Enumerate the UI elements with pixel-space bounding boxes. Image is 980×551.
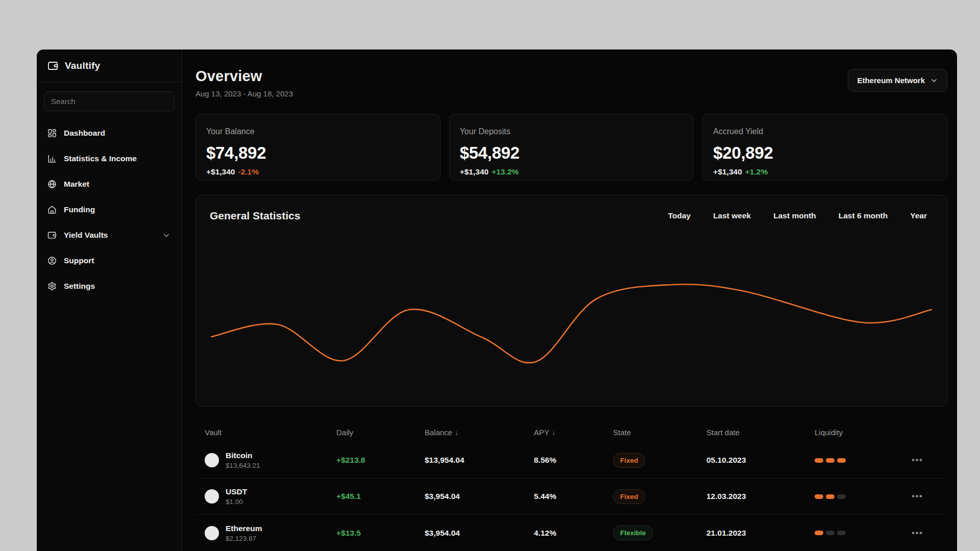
main-content: Overview Aug 13, 2023 - Aug 18, 2023 Eth…	[182, 49, 957, 551]
sidebar-item-support[interactable]: Support	[40, 248, 179, 273]
state-badge: Flexible	[613, 525, 653, 540]
sidebar-item-label: Statistics & Income	[64, 154, 137, 163]
liquidity-indicator	[815, 494, 912, 499]
coin-price: $13,643.21	[226, 462, 260, 469]
bar-chart-icon	[47, 154, 57, 164]
coin-price: $2,123.87	[226, 535, 262, 542]
column-header-apy[interactable]: APY↓	[534, 428, 613, 437]
liquidity-dash	[815, 494, 823, 499]
sidebar-item-settings[interactable]: Settings	[40, 273, 179, 299]
stat-card-accrued-yield: Accrued Yield$20,892+$1,340+1.2%	[702, 114, 947, 181]
stat-card-value: $74,892	[206, 143, 430, 163]
chevron-down-icon	[161, 231, 172, 240]
page-title: Overview	[195, 68, 293, 85]
table-row-usdt[interactable]: USDT$1.00+$45.1$3,954.045.44%Fixed12.03.…	[195, 479, 947, 515]
sidebar-item-label: Market	[64, 180, 89, 189]
stat-card-your-deposits: Your Deposits$54,892+$1,340+13.2%	[449, 114, 694, 181]
column-header-balance[interactable]: Balance↓	[425, 428, 534, 437]
coin-price: $1.00	[226, 498, 247, 506]
search-input[interactable]	[44, 91, 175, 111]
liquidity-dash	[837, 494, 846, 499]
apy-cell: 4.12%	[534, 529, 613, 538]
sort-arrow-icon: ↓	[552, 429, 555, 437]
table-body: Bitcoin$13,643.21+$213.8$13,954.048.56%F…	[195, 442, 947, 551]
network-selector-label: Ethereum Network	[857, 76, 925, 85]
table-row-bitcoin[interactable]: Bitcoin$13,643.21+$213.8$13,954.048.56%F…	[195, 442, 947, 479]
network-selector-button[interactable]: Ethereum Network	[848, 69, 947, 92]
wallet-logo-icon	[47, 60, 59, 72]
start-date-cell: 12.03.2023	[706, 492, 815, 501]
column-header-state: State	[613, 428, 706, 437]
gear-icon	[47, 281, 57, 291]
stat-card-label: Your Deposits	[460, 127, 683, 136]
globe-icon	[47, 179, 57, 189]
sidebar-nav: DashboardStatistics & IncomeMarketFundin…	[37, 116, 182, 303]
daily-cell: +$213.8	[336, 456, 425, 465]
coin-name: USDT	[226, 487, 247, 496]
coin-name: Ethereum	[226, 524, 262, 533]
support-user-icon	[47, 256, 57, 266]
stat-card-delta: +$1,340+1.2%	[713, 167, 937, 177]
stat-card-value: $20,892	[713, 143, 937, 163]
general-statistics-card: General Statistics TodayLast weekLast mo…	[195, 195, 947, 407]
start-date-cell: 05.10.2023	[706, 456, 815, 465]
state-cell: Fixed	[613, 489, 706, 504]
date-range: Aug 13, 2023 - Aug 18, 2023	[195, 89, 293, 98]
state-cell: Fixed	[613, 453, 706, 468]
dashboard-grid-icon	[47, 128, 57, 138]
balance-cell: $13,954.04	[425, 456, 534, 465]
start-date-cell: 21.01.2023	[706, 529, 815, 538]
sidebar-item-label: Settings	[64, 282, 95, 291]
liquidity-dash	[826, 531, 835, 535]
row-menu-button[interactable]: •••	[912, 528, 947, 538]
row-menu-button[interactable]: •••	[912, 491, 947, 502]
column-header-vault: Vault	[205, 428, 336, 437]
liquidity-indicator	[815, 531, 912, 535]
stat-card-delta-pct: -2.1%	[238, 167, 259, 176]
state-cell: Flexible	[613, 525, 706, 540]
liquidity-dash	[815, 531, 823, 535]
stat-card-label: Your Balance	[206, 127, 430, 136]
sidebar-item-label: Funding	[64, 205, 95, 214]
sidebar-item-market[interactable]: Market	[40, 171, 179, 197]
stat-card-value: $54,892	[460, 143, 683, 163]
sort-arrow-icon: ↓	[455, 429, 458, 437]
vault-cell: Ethereum$2,123.87	[205, 524, 336, 542]
vault-cell: Bitcoin$13,643.21	[205, 451, 336, 469]
stat-cards-row: Your Balance$74,892+$1,340-2.1%Your Depo…	[195, 114, 947, 181]
table-row-ethereum[interactable]: Ethereum$2,123.87+$13.5$3,954.044.12%Fle…	[195, 515, 947, 551]
vault-cell: USDT$1.00	[205, 487, 336, 506]
apy-cell: 5.44%	[534, 492, 613, 501]
sidebar-item-label: Support	[64, 256, 94, 265]
daily-cell: +$45.1	[336, 492, 425, 501]
balance-cell: $3,954.04	[425, 529, 534, 538]
chevron-down-icon	[930, 77, 938, 85]
statistics-line-chart	[196, 217, 947, 400]
daily-cell: +$13.5	[336, 529, 425, 538]
app-logo: Vaultify	[37, 49, 182, 82]
coin-avatar	[205, 489, 219, 504]
stat-card-delta: +$1,340+13.2%	[460, 167, 683, 177]
column-header-start-date: Start date	[706, 428, 815, 437]
liquidity-dash	[815, 458, 823, 463]
liquidity-dash	[837, 458, 846, 463]
sidebar: Vaultify DashboardStatistics & IncomeMar…	[37, 49, 182, 551]
app-name: Vaultify	[65, 60, 100, 71]
sidebar-item-funding[interactable]: Funding	[40, 197, 179, 222]
balance-cell: $3,954.04	[425, 492, 534, 501]
stat-card-delta: +$1,340-2.1%	[206, 167, 430, 177]
liquidity-dash	[826, 494, 835, 499]
sidebar-item-statistics-income[interactable]: Statistics & Income	[40, 146, 179, 171]
apy-cell: 8.56%	[534, 456, 613, 465]
sidebar-item-dashboard[interactable]: Dashboard	[40, 120, 179, 146]
state-badge: Fixed	[613, 453, 645, 468]
column-header-daily: Daily	[336, 428, 425, 437]
coin-avatar	[205, 526, 219, 540]
state-badge: Fixed	[613, 489, 645, 504]
row-menu-button[interactable]: •••	[912, 455, 947, 465]
coin-name: Bitcoin	[226, 451, 260, 460]
sidebar-item-yield-vaults[interactable]: Yield Vaults	[40, 222, 179, 248]
stat-card-label: Accrued Yield	[713, 127, 937, 136]
sidebar-item-label: Yield Vaults	[64, 231, 108, 240]
coin-avatar	[205, 453, 219, 467]
